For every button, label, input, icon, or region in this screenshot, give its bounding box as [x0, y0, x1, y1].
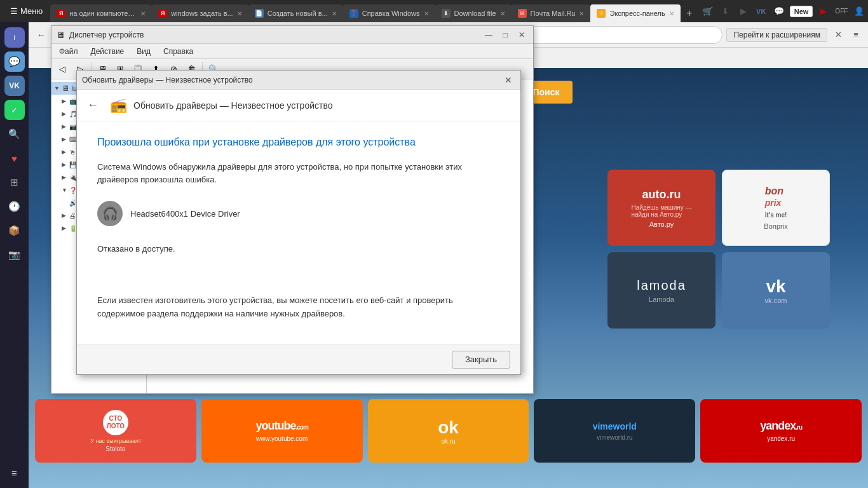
tile-avto-logo: auto.ru	[642, 188, 681, 201]
toolbar-icon-user[interactable]: 👤	[852, 4, 866, 18]
dm-menu-file[interactable]: Файл	[54, 44, 83, 58]
dd-footer: Закрыть	[77, 344, 520, 374]
dd-driver-icon: 🎧	[97, 201, 123, 226]
toolbar-icon-shopping[interactable]: 🛒	[701, 4, 715, 18]
tile-vimeworld-logo: vimeworld	[593, 421, 637, 431]
tile-avto-sub: Найдёшь машину —найди на Авто.ру	[631, 204, 691, 218]
driver-update-dialog: Обновить драйверы — Неизвестное устройст…	[76, 70, 521, 375]
tab-2-close[interactable]: ✕	[237, 10, 242, 17]
sidebar-icon-camera[interactable]: 📷	[4, 245, 25, 265]
tab-7-close[interactable]: ✕	[669, 10, 674, 17]
tab-2-favicon: Я	[158, 9, 167, 18]
tile-yandex[interactable]: yandex.ru yandex.ru	[700, 399, 862, 463]
toolbar-icon-youtube[interactable]: ▶	[817, 4, 831, 18]
tab-1-title: на один компьютер...	[69, 10, 137, 17]
tile-vimeworld-label: vimeworld.ru	[597, 434, 633, 441]
tab-3-close[interactable]: ✕	[332, 10, 337, 17]
tile-bonprix-label: Bonprix	[764, 222, 787, 230]
tab-4[interactable]: ❓ Справка Windows ✕	[343, 4, 435, 22]
tile-lamoda[interactable]: lamoda Lamoda	[607, 252, 715, 329]
dd-body: Произошла ошибка при установке драйверов…	[77, 121, 520, 344]
tab-7[interactable]: ⚡ Экспресс-панель ✕	[590, 4, 680, 22]
dm-tool-back[interactable]: ◁	[54, 61, 71, 78]
dm-menu-view[interactable]: Вид	[132, 44, 156, 58]
tab-6[interactable]: ✉ Почта Mail.Ru ✕	[512, 4, 591, 22]
dm-title-bar: 🖥 Диспетчер устройств — □ ✕	[51, 26, 533, 44]
menu-button[interactable]: ☰ Меню	[5, 4, 48, 18]
sidebar-icon-box[interactable]: 📦	[4, 220, 25, 241]
menu-label: Меню	[20, 6, 43, 16]
toolbar-icon-off[interactable]: OFF	[834, 4, 848, 18]
dd-dialog-close-x[interactable]: ✕	[501, 73, 515, 87]
tab-4-close[interactable]: ✕	[424, 10, 429, 17]
tile-lamoda-label: Lamoda	[649, 295, 674, 303]
tile-vimeworld[interactable]: vimeworld vimeworld.ru	[534, 399, 695, 463]
tile-stoloto[interactable]: СТОЛОТО У нас выигрывают! Stoloto	[35, 399, 196, 463]
dd-title-bar: Обновить драйверы — Неизвестное устройст…	[77, 71, 520, 90]
sidebar-icon-settings[interactable]: ≡	[4, 463, 25, 483]
sidebar-icon-grid[interactable]: ⊞	[4, 172, 25, 193]
tab-1-favicon: Я	[57, 9, 65, 18]
tile-vk[interactable]: vk vk.com	[722, 252, 830, 329]
dd-back-button[interactable]: ←	[87, 98, 98, 112]
tab-1-close[interactable]: ✕	[140, 10, 146, 17]
tile-lamoda-logo: lamoda	[637, 278, 686, 293]
new-tab-button[interactable]: +	[681, 4, 698, 22]
tab-bar: Я на один компьютер... ✕ Я windows задат…	[50, 0, 698, 22]
sidebar-icon-vk[interactable]: VK	[4, 76, 25, 96]
sidebar-icon-heart[interactable]: ♥	[4, 148, 25, 168]
tile-vk-logo: vk	[766, 276, 785, 297]
tile-bonprix-logo: bonprixit's me!	[765, 186, 787, 220]
tab-4-title: Справка Windows	[362, 10, 420, 17]
bottom-tiles: СТОЛОТО У нас выигрывают! Stoloto youtub…	[35, 399, 862, 463]
tile-ok[interactable]: ok ok.ru	[368, 399, 529, 463]
toolbar-icon-play[interactable]: ▶	[736, 4, 750, 18]
dd-header: ← 📻 Обновить драйверы — Неизвестное устр…	[77, 90, 520, 121]
dd-close-dialog-button[interactable]: Закрыть	[452, 351, 510, 369]
dm-minimize-btn[interactable]: —	[482, 29, 495, 41]
tab-7-title: Экспресс-панель	[609, 10, 665, 17]
tab-3-favicon: 📄	[255, 9, 264, 18]
tab-6-title: Почта Mail.Ru	[531, 10, 576, 17]
toolbar-icon-chat[interactable]: 💬	[772, 4, 786, 18]
tab-2[interactable]: Я windows задать в... ✕	[152, 4, 248, 22]
dd-access-denied: Отказано в доступе.	[97, 244, 500, 254]
tile-youtube[interactable]: youtube.com www.youtube.com	[201, 399, 363, 463]
menu-icon: ☰	[10, 6, 18, 16]
tab-5[interactable]: ⬇ Download file ✕	[435, 4, 512, 22]
tile-bonprix[interactable]: bonprixit's me! Bonprix	[722, 170, 830, 246]
extensions-button[interactable]: Перейти к расширениям	[726, 28, 827, 42]
sidebar-icon-info[interactable]: i	[4, 27, 25, 48]
tab-3[interactable]: 📄 Создать новый в... ✕	[248, 4, 343, 22]
dm-menu-bar: Файл Действие Вид Справка	[51, 44, 533, 59]
toolbar-right: 🛒 ⬇ ▶ VK 💬 New ▶ OFF 👤 ⬇ ≡ — □ ✕	[701, 4, 868, 18]
dm-close-btn[interactable]: ✕	[515, 29, 528, 41]
browser-title-bar: ☰ Меню Я на один компьютер... ✕ Я window…	[0, 0, 868, 22]
toolbar-icon-download[interactable]: ⬇	[719, 4, 733, 18]
tab-3-title: Создать новый в...	[268, 10, 328, 17]
nav-back[interactable]: ←	[34, 27, 49, 43]
tab-6-close[interactable]: ✕	[579, 10, 584, 17]
dd-error-desc: Система Windows обнаружила драйверы для …	[97, 161, 500, 186]
tile-youtube-logo: youtube.com	[256, 419, 308, 433]
sidebar-icon-messenger[interactable]: 💬	[4, 51, 25, 72]
toolbar-icon-vk-small[interactable]: VK	[754, 4, 768, 18]
tile-stoloto-sub: У нас выигрывают!	[90, 438, 140, 444]
close-extensions[interactable]: ✕	[831, 28, 845, 42]
tile-youtube-label: www.youtube.com	[256, 435, 308, 442]
dd-header-icon: 📻	[110, 97, 127, 114]
tile-stoloto-circle: СТОЛОТО	[103, 410, 128, 435]
dm-menu-help[interactable]: Справка	[158, 44, 198, 58]
tab-7-favicon: ⚡	[597, 9, 606, 18]
sidebar-icon-search[interactable]: 🔍	[4, 124, 25, 144]
tile-yandex-logo: yandex.ru	[760, 419, 802, 433]
dm-menu-action[interactable]: Действие	[86, 44, 130, 58]
dm-title-text: Диспетчер устройств	[69, 30, 478, 39]
tab-5-close[interactable]: ✕	[500, 10, 505, 17]
sidebar-toggle[interactable]: ≡	[849, 28, 863, 42]
dm-maximize-btn[interactable]: □	[499, 29, 512, 41]
tile-avto[interactable]: auto.ru Найдёшь машину —найди на Авто.ру…	[607, 170, 715, 246]
sidebar-icon-clock[interactable]: 🕐	[4, 196, 25, 217]
sidebar-icon-whatsapp[interactable]: ✓	[4, 100, 25, 120]
tab-1[interactable]: Я на один компьютер... ✕	[50, 4, 152, 22]
